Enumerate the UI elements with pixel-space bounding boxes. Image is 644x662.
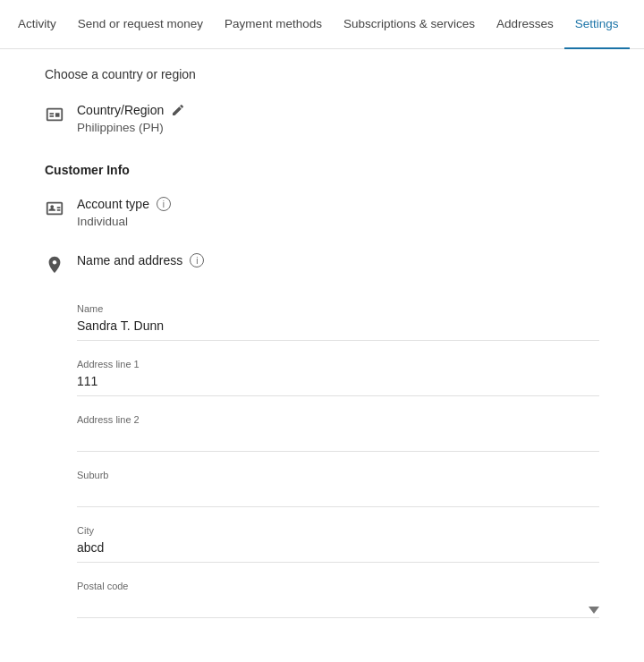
city-field-group: City abcd <box>77 516 599 563</box>
suburb-label: Suburb <box>77 470 599 480</box>
account-type-row: Account type i Individual <box>45 184 599 241</box>
postal-code-label: Postal code <box>77 581 599 591</box>
nav-item-activity[interactable]: Activity <box>14 0 67 49</box>
main-content: Choose a country or region Country/Regio… <box>9 49 635 618</box>
country-region-label: Country/Region <box>77 103 164 117</box>
address-form: Name Sandra T. Dunn Address line 1 111 A… <box>77 294 599 618</box>
customer-info-heading: Customer Info <box>45 147 599 184</box>
nav-item-payment-methods[interactable]: Payment methods <box>214 0 333 49</box>
passport-icon <box>45 105 77 124</box>
city-value[interactable]: abcd <box>77 539 599 556</box>
account-type-value: Individual <box>77 215 599 228</box>
address-line1-field-group: Address line 1 111 <box>77 350 599 396</box>
address-line1-label: Address line 1 <box>77 359 599 369</box>
address-line1-value[interactable]: 111 <box>77 372 599 390</box>
name-field-group: Name Sandra T. Dunn <box>77 294 599 341</box>
country-region-label-row: Country/Region <box>77 103 599 117</box>
scroll-down-indicator <box>589 607 599 614</box>
account-type-label-row: Account type i <box>77 197 599 211</box>
nav-item-send-request[interactable]: Send or request money <box>67 0 214 49</box>
name-address-info-icon[interactable]: i <box>190 253 204 267</box>
choose-region-label: Choose a country or region <box>45 49 599 90</box>
name-field-label: Name <box>77 303 599 314</box>
address-line2-label: Address line 2 <box>77 414 599 425</box>
nav-item-subscriptions[interactable]: Subscriptions & services <box>333 0 486 49</box>
nav-item-addresses[interactable]: Addresses <box>486 0 564 49</box>
nav-item-settings[interactable]: Settings <box>564 0 630 49</box>
country-region-value: Philippines (PH) <box>77 121 599 134</box>
country-region-content: Country/Region Philippines (PH) <box>77 103 599 134</box>
account-type-info-icon[interactable]: i <box>157 197 171 211</box>
city-label: City <box>77 525 599 536</box>
edit-country-icon[interactable] <box>171 103 185 117</box>
postal-code-field-group: Postal code <box>77 572 599 618</box>
name-address-content: Name and address i <box>77 253 599 271</box>
name-field-value[interactable]: Sandra T. Dunn <box>77 317 599 335</box>
name-address-label-row: Name and address i <box>77 253 599 267</box>
country-region-row: Country/Region Philippines (PH) <box>45 90 599 147</box>
address-line2-value[interactable] <box>77 428 599 446</box>
location-icon <box>45 255 77 275</box>
postal-code-value[interactable] <box>77 594 599 612</box>
name-address-row: Name and address i <box>45 241 599 287</box>
suburb-value[interactable] <box>77 483 599 501</box>
account-type-content: Account type i Individual <box>77 197 599 228</box>
account-type-label: Account type <box>77 197 149 211</box>
suburb-field-group: Suburb <box>77 461 599 507</box>
account-type-icon <box>45 199 77 218</box>
address-line2-field-group: Address line 2 <box>77 405 599 452</box>
name-address-label: Name and address <box>77 253 182 267</box>
top-navigation: Activity Send or request money Payment m… <box>0 0 644 49</box>
